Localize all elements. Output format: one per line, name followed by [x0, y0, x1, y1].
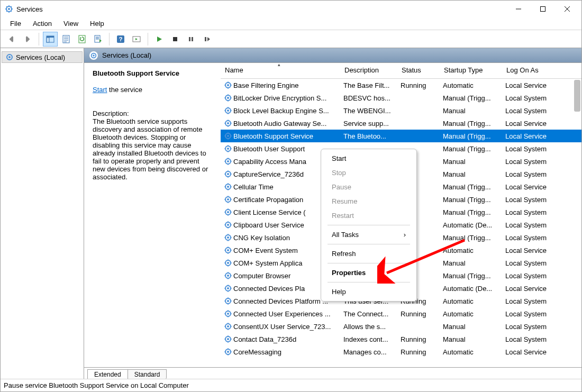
svg-point-49 — [227, 262, 229, 264]
column-startup-type[interactable]: Startup Type — [440, 63, 502, 78]
gear-icon — [224, 208, 232, 216]
gear-icon — [224, 94, 232, 102]
ctx-refresh[interactable]: Refresh — [322, 247, 415, 261]
service-row[interactable]: Block Level Backup Engine S...The WBENGI… — [221, 104, 581, 117]
gear-icon — [224, 195, 232, 204]
chevron-right-icon: › — [404, 231, 406, 239]
scrollbar-thumb[interactable] — [574, 80, 580, 112]
svg-point-43 — [227, 224, 229, 226]
gear-icon — [224, 322, 232, 331]
service-row[interactable]: Contact Data_7236dIndexes cont...Running… — [221, 333, 581, 345]
svg-point-35 — [227, 173, 229, 175]
ctx-stop: Stop — [322, 166, 415, 180]
export-list-button[interactable] — [90, 32, 105, 47]
ctx-properties[interactable]: Properties — [322, 266, 415, 280]
service-row[interactable]: Base Filtering EngineThe Base Filt...Run… — [221, 79, 581, 92]
gear-icon — [224, 81, 232, 89]
service-row[interactable]: Bluetooth Audio Gateway Se...Service sup… — [221, 117, 581, 130]
forward-button[interactable] — [20, 32, 35, 47]
gear-icon — [224, 233, 232, 242]
ctx-start[interactable]: Start — [322, 151, 415, 166]
description-text: The Bluetooth service supports discovery… — [93, 117, 212, 181]
column-log-on-as[interactable]: Log On As — [502, 63, 566, 78]
gear-icon — [224, 284, 232, 293]
gear-icon — [224, 221, 232, 229]
ctx-pause: Pause — [322, 180, 415, 194]
description-label: Description: — [93, 110, 212, 117]
column-status[interactable]: Status — [397, 63, 440, 78]
svg-point-61 — [227, 338, 229, 340]
pane-header: Services (Local) — [84, 48, 581, 63]
window-title: Services — [16, 5, 43, 13]
service-row[interactable]: Bluetooth Support ServiceThe Bluetoo...M… — [221, 130, 581, 142]
ctx-all-tasks[interactable]: All Tasks› — [322, 227, 415, 242]
action-toolbar-button[interactable] — [129, 32, 144, 47]
svg-point-45 — [227, 236, 229, 239]
start-service-button[interactable] — [152, 32, 167, 47]
menu-help[interactable]: Help — [85, 19, 110, 29]
svg-rect-13 — [189, 37, 190, 41]
gear-icon — [224, 157, 232, 166]
ctx-resume: Resume — [322, 194, 415, 208]
svg-point-59 — [227, 325, 229, 327]
service-row[interactable]: CoreMessagingManages co...RunningAutomat… — [221, 345, 581, 358]
menu-file[interactable]: File — [5, 19, 26, 29]
properties-toolbar-button[interactable] — [59, 32, 74, 47]
svg-point-41 — [227, 211, 229, 213]
view-tabs: Extended Standard — [84, 367, 581, 379]
svg-point-39 — [227, 198, 229, 200]
gear-icon — [224, 183, 232, 191]
console-tree[interactable]: Services (Local) — [1, 48, 84, 379]
help-toolbar-button[interactable]: ? — [113, 32, 128, 47]
service-row[interactable]: BitLocker Drive Encryption S...BDESVC ho… — [221, 92, 581, 104]
ctx-help[interactable]: Help — [322, 285, 415, 299]
svg-point-1 — [8, 8, 10, 10]
gear-icon — [224, 132, 232, 140]
gear-icon — [224, 246, 232, 254]
menu-view[interactable]: View — [58, 19, 84, 29]
gear-icon — [224, 335, 232, 343]
titlebar: Services — [1, 1, 581, 17]
column-name[interactable]: Name — [221, 63, 340, 78]
pause-service-button[interactable] — [184, 32, 198, 47]
svg-point-55 — [227, 300, 229, 302]
gear-icon — [224, 170, 232, 178]
stop-service-button[interactable] — [168, 32, 183, 47]
svg-point-25 — [227, 110, 229, 112]
svg-point-47 — [227, 249, 229, 251]
svg-point-53 — [227, 287, 229, 289]
svg-rect-12 — [173, 37, 177, 41]
column-description[interactable]: Description — [340, 63, 397, 78]
selected-service-title: Bluetooth Support Service — [93, 69, 212, 77]
svg-rect-5 — [47, 38, 49, 42]
gear-icon — [224, 106, 232, 115]
gear-icon — [224, 271, 232, 280]
service-row[interactable]: Connected User Experiences ...The Connec… — [221, 307, 581, 320]
services-icon — [5, 5, 13, 13]
gear-icon — [224, 309, 232, 318]
restart-service-button[interactable] — [199, 32, 214, 47]
list-column-headers[interactable]: Name Description Status Startup Type Log… — [221, 63, 581, 79]
minimize-button[interactable] — [506, 1, 531, 17]
back-button[interactable] — [4, 32, 19, 47]
svg-point-17 — [8, 56, 11, 58]
menu-action[interactable]: Action — [28, 19, 57, 29]
gear-icon — [224, 119, 232, 127]
svg-point-19 — [93, 54, 95, 57]
svg-rect-14 — [192, 37, 193, 41]
close-button[interactable] — [555, 1, 579, 17]
start-service-link[interactable]: Start — [93, 86, 107, 94]
statusbar: Pause service Bluetooth Support Service … — [1, 379, 581, 391]
refresh-toolbar-button[interactable] — [75, 32, 89, 47]
show-hide-tree-button[interactable] — [43, 32, 58, 47]
svg-point-31 — [227, 148, 229, 150]
service-row[interactable]: ConsentUX User Service_723...Allows the … — [221, 320, 581, 333]
tree-root-services-local[interactable]: Services (Local) — [2, 51, 83, 63]
svg-point-51 — [227, 275, 229, 277]
status-text: Pause service Bluetooth Support Service … — [4, 381, 189, 389]
context-menu: StartStopPauseResumeRestartAll Tasks›Ref… — [321, 149, 417, 302]
tab-extended[interactable]: Extended — [87, 369, 128, 379]
gear-icon — [224, 297, 232, 305]
maximize-button[interactable] — [531, 1, 555, 17]
tab-standard[interactable]: Standard — [128, 369, 167, 379]
